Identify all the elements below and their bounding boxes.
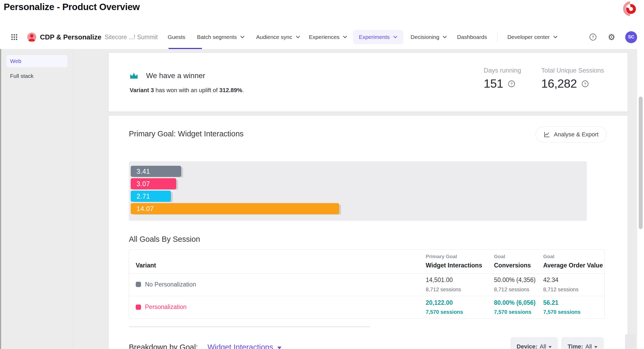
cdp-personalize-logo-icon — [27, 33, 36, 42]
nav-item-audience-sync[interactable]: Audience sync — [256, 34, 300, 40]
app-launcher-icon[interactable] — [11, 34, 17, 40]
analyse-export-button[interactable]: Analyse & Export — [536, 127, 607, 142]
table-header: Variant Primary Goal Widget Interactions… — [129, 250, 604, 274]
nav-item-batch-segments[interactable]: Batch segments — [197, 34, 244, 40]
winner-message: Variant 3 has won with an uplift of 312.… — [130, 87, 244, 94]
sidebar-item-web[interactable]: Web — [6, 55, 67, 67]
variant-color-swatch — [136, 305, 141, 310]
nav-item-experiments-active[interactable]: Experiments — [353, 30, 403, 44]
gear-icon[interactable]: ⚙ — [608, 33, 615, 41]
bar-variant-pink: 3.07 — [131, 178, 176, 189]
org-name: Sitecore ...! Summit — [105, 34, 158, 41]
table-row-personalization: Personalization 20,122.007,570 sessions … — [129, 296, 604, 319]
winner-banner-card: We have a winner Variant 3 has won with … — [109, 53, 628, 111]
section-divider — [129, 326, 370, 327]
sidebar-item-full-stack[interactable]: Full stack — [6, 70, 67, 82]
chevron-down-icon — [296, 36, 300, 38]
bottom-right-block — [625, 334, 636, 349]
triangle-down-icon — [594, 346, 597, 348]
experiment-results-card: Primary Goal: Widget Interactions Analys… — [109, 116, 628, 349]
top-navbar: CDP & Personalize Sitecore ...! Summit G… — [0, 25, 644, 49]
variant-color-swatch — [136, 282, 141, 287]
chart-line-icon — [544, 131, 550, 138]
content-area: Web Full stack We have a winner Variant … — [0, 49, 644, 349]
triangle-down-icon — [548, 346, 552, 348]
brand-name: CDP & Personalize — [40, 33, 101, 41]
goals-table: Variant Primary Goal Widget Interactions… — [129, 249, 605, 319]
user-avatar[interactable]: SC — [625, 31, 637, 43]
scrollbar-thumb[interactable] — [639, 97, 643, 229]
primary-goal-heading: Primary Goal: Widget Interactions — [129, 129, 244, 138]
bar-variant-winner: 14.07 — [131, 203, 339, 214]
help-circle-icon[interactable]: ? — [508, 80, 515, 87]
device-filter-button[interactable]: Device: All — [510, 337, 558, 349]
nav-item-decisioning[interactable]: Decisioning — [411, 34, 447, 40]
help-icon[interactable]: ? — [589, 33, 597, 41]
chevron-down-icon — [553, 36, 557, 38]
nav-divider — [497, 33, 497, 41]
stat-total-unique-sessions: Total Unique Sessions 16,282 ? — [541, 67, 604, 91]
svg-text:?: ? — [592, 35, 594, 39]
breakdown-goal-select[interactable]: Widget Interactions — [207, 343, 282, 349]
time-filter-button[interactable]: Time: All — [561, 337, 604, 349]
nav-item-guests[interactable]: Guests — [168, 34, 185, 40]
chevron-down-icon — [240, 36, 244, 38]
help-circle-icon[interactable]: ? — [582, 80, 589, 87]
sitecore-personalize-logo-icon — [623, 1, 638, 16]
sidebar: Web Full stack — [0, 49, 73, 349]
bar-no-personalization: 3.41 — [131, 166, 181, 177]
winner-title: We have a winner — [146, 71, 205, 80]
breakdown-label: Breakdown by Goal: — [129, 343, 198, 349]
primary-goal-bar-chart: 3.41 3.07 2.71 14.07 — [129, 161, 587, 221]
nav-item-dashboards[interactable]: Dashboards — [457, 34, 487, 40]
chevron-down-icon — [343, 36, 347, 38]
bar-variant-cyan: 2.71 — [131, 191, 171, 202]
nav-item-experiences[interactable]: Experiences — [309, 34, 347, 40]
chevron-down-icon — [393, 36, 397, 38]
page-title: Personalize - Product Overview — [4, 2, 140, 12]
app-window: Personalize - Product Overview CDP & Per… — [0, 0, 644, 349]
svg-text:?: ? — [510, 82, 513, 86]
days-running-value: 151 — [484, 77, 503, 91]
all-goals-heading: All Goals By Session — [129, 235, 200, 244]
svg-text:?: ? — [584, 82, 586, 86]
stat-days-running: Days running 151 ? — [484, 67, 521, 91]
total-sessions-value: 16,282 — [541, 77, 577, 91]
table-row-no-personalization: No Personalization 14,501.008,712 sessio… — [129, 274, 604, 296]
triangle-down-icon — [277, 347, 282, 349]
chevron-down-icon — [443, 36, 447, 38]
crown-icon — [130, 72, 138, 79]
nav-item-developer-center[interactable]: Developer center — [507, 34, 557, 40]
